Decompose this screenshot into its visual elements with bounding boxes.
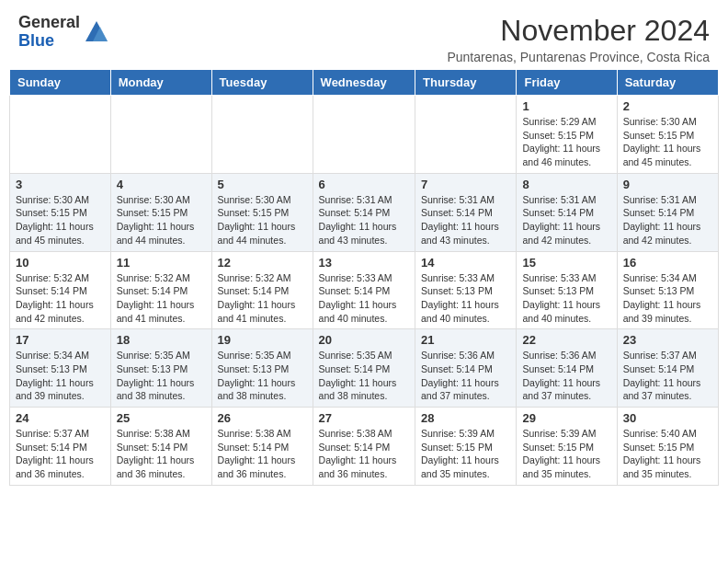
day-info: Sunrise: 5:30 AM Sunset: 5:15 PM Dayligh… bbox=[218, 193, 307, 247]
calendar-cell: 26Sunrise: 5:38 AM Sunset: 5:14 PM Dayli… bbox=[211, 408, 313, 486]
calendar-cell: 12Sunrise: 5:32 AM Sunset: 5:14 PM Dayli… bbox=[211, 251, 313, 329]
day-info: Sunrise: 5:35 AM Sunset: 5:13 PM Dayligh… bbox=[218, 349, 307, 403]
logo-icon bbox=[84, 19, 109, 45]
day-number: 23 bbox=[623, 333, 712, 347]
calendar-table: Sunday Monday Tuesday Wednesday Thursday… bbox=[9, 69, 719, 486]
day-info: Sunrise: 5:38 AM Sunset: 5:14 PM Dayligh… bbox=[218, 427, 307, 481]
calendar-cell: 21Sunrise: 5:36 AM Sunset: 5:14 PM Dayli… bbox=[415, 329, 517, 408]
calendar-cell: 1Sunrise: 5:29 AM Sunset: 5:15 PM Daylig… bbox=[517, 96, 617, 174]
calendar-cell: 27Sunrise: 5:38 AM Sunset: 5:14 PM Dayli… bbox=[313, 408, 415, 486]
calendar-cell: 30Sunrise: 5:40 AM Sunset: 5:15 PM Dayli… bbox=[617, 408, 718, 486]
calendar-cell: 24Sunrise: 5:37 AM Sunset: 5:14 PM Dayli… bbox=[10, 408, 111, 486]
calendar-cell: 23Sunrise: 5:37 AM Sunset: 5:14 PM Dayli… bbox=[617, 329, 718, 408]
calendar-cell: 16Sunrise: 5:34 AM Sunset: 5:13 PM Dayli… bbox=[617, 251, 718, 329]
day-info: Sunrise: 5:39 AM Sunset: 5:15 PM Dayligh… bbox=[421, 427, 510, 481]
day-number: 4 bbox=[117, 178, 206, 191]
day-info: Sunrise: 5:31 AM Sunset: 5:14 PM Dayligh… bbox=[522, 193, 610, 247]
day-number: 12 bbox=[218, 256, 307, 270]
day-number: 20 bbox=[319, 333, 409, 347]
day-number: 9 bbox=[623, 178, 712, 191]
day-info: Sunrise: 5:39 AM Sunset: 5:15 PM Dayligh… bbox=[522, 427, 610, 481]
day-info: Sunrise: 5:32 AM Sunset: 5:14 PM Dayligh… bbox=[16, 271, 105, 326]
col-saturday: Saturday bbox=[617, 70, 718, 96]
day-number: 10 bbox=[16, 256, 105, 270]
calendar-cell: 28Sunrise: 5:39 AM Sunset: 5:15 PM Dayli… bbox=[415, 408, 517, 486]
day-number: 21 bbox=[421, 333, 510, 347]
day-info: Sunrise: 5:31 AM Sunset: 5:14 PM Dayligh… bbox=[421, 193, 510, 247]
day-info: Sunrise: 5:30 AM Sunset: 5:15 PM Dayligh… bbox=[117, 193, 206, 247]
title-section: November 2024 Puntarenas, Puntarenas Pro… bbox=[447, 14, 710, 64]
day-info: Sunrise: 5:35 AM Sunset: 5:13 PM Dayligh… bbox=[117, 349, 206, 403]
col-monday: Monday bbox=[110, 70, 211, 96]
day-info: Sunrise: 5:34 AM Sunset: 5:13 PM Dayligh… bbox=[16, 349, 105, 403]
day-number: 6 bbox=[319, 178, 409, 191]
logo-blue-text: Blue bbox=[18, 32, 80, 51]
calendar-week-row: 1Sunrise: 5:29 AM Sunset: 5:15 PM Daylig… bbox=[10, 96, 719, 174]
day-info: Sunrise: 5:37 AM Sunset: 5:14 PM Dayligh… bbox=[16, 427, 105, 481]
calendar-week-row: 24Sunrise: 5:37 AM Sunset: 5:14 PM Dayli… bbox=[10, 408, 719, 486]
calendar-week-row: 3Sunrise: 5:30 AM Sunset: 5:15 PM Daylig… bbox=[10, 173, 719, 251]
calendar-cell: 4Sunrise: 5:30 AM Sunset: 5:15 PM Daylig… bbox=[110, 173, 211, 251]
day-number: 18 bbox=[117, 333, 206, 347]
calendar-cell: 8Sunrise: 5:31 AM Sunset: 5:14 PM Daylig… bbox=[517, 173, 617, 251]
day-number: 14 bbox=[421, 256, 510, 270]
day-number: 13 bbox=[319, 256, 409, 270]
day-info: Sunrise: 5:37 AM Sunset: 5:14 PM Dayligh… bbox=[623, 349, 712, 403]
calendar-body: 1Sunrise: 5:29 AM Sunset: 5:15 PM Daylig… bbox=[10, 96, 719, 486]
calendar-cell: 25Sunrise: 5:38 AM Sunset: 5:14 PM Dayli… bbox=[110, 408, 211, 486]
calendar-cell: 20Sunrise: 5:35 AM Sunset: 5:14 PM Dayli… bbox=[313, 329, 415, 408]
month-title: November 2024 bbox=[447, 14, 710, 48]
col-sunday: Sunday bbox=[10, 70, 111, 96]
calendar-cell bbox=[415, 96, 517, 174]
calendar-cell: 17Sunrise: 5:34 AM Sunset: 5:13 PM Dayli… bbox=[10, 329, 111, 408]
calendar-cell: 15Sunrise: 5:33 AM Sunset: 5:13 PM Dayli… bbox=[517, 251, 617, 329]
calendar-cell: 18Sunrise: 5:35 AM Sunset: 5:13 PM Dayli… bbox=[110, 329, 211, 408]
page-header: General Blue November 2024 Puntarenas, P… bbox=[0, 0, 728, 69]
calendar-cell: 11Sunrise: 5:32 AM Sunset: 5:14 PM Dayli… bbox=[110, 251, 211, 329]
calendar-header: Sunday Monday Tuesday Wednesday Thursday… bbox=[10, 70, 719, 96]
calendar-week-row: 10Sunrise: 5:32 AM Sunset: 5:14 PM Dayli… bbox=[10, 251, 719, 329]
day-info: Sunrise: 5:29 AM Sunset: 5:15 PM Dayligh… bbox=[522, 115, 610, 169]
day-number: 8 bbox=[522, 178, 610, 191]
day-info: Sunrise: 5:31 AM Sunset: 5:14 PM Dayligh… bbox=[623, 193, 712, 247]
day-info: Sunrise: 5:33 AM Sunset: 5:13 PM Dayligh… bbox=[522, 271, 610, 326]
day-number: 26 bbox=[218, 411, 307, 425]
day-number: 16 bbox=[623, 256, 712, 270]
calendar-cell bbox=[313, 96, 415, 174]
day-number: 30 bbox=[623, 411, 712, 425]
calendar-cell: 19Sunrise: 5:35 AM Sunset: 5:13 PM Dayli… bbox=[211, 329, 313, 408]
header-row: Sunday Monday Tuesday Wednesday Thursday… bbox=[10, 70, 719, 96]
day-info: Sunrise: 5:36 AM Sunset: 5:14 PM Dayligh… bbox=[522, 349, 610, 403]
logo: General Blue bbox=[18, 14, 109, 51]
day-number: 25 bbox=[117, 411, 206, 425]
calendar-cell: 14Sunrise: 5:33 AM Sunset: 5:13 PM Dayli… bbox=[415, 251, 517, 329]
calendar-cell: 6Sunrise: 5:31 AM Sunset: 5:14 PM Daylig… bbox=[313, 173, 415, 251]
calendar-cell: 22Sunrise: 5:36 AM Sunset: 5:14 PM Dayli… bbox=[517, 329, 617, 408]
calendar-cell: 5Sunrise: 5:30 AM Sunset: 5:15 PM Daylig… bbox=[211, 173, 313, 251]
day-info: Sunrise: 5:30 AM Sunset: 5:15 PM Dayligh… bbox=[16, 193, 105, 247]
day-info: Sunrise: 5:33 AM Sunset: 5:13 PM Dayligh… bbox=[421, 271, 510, 326]
day-info: Sunrise: 5:36 AM Sunset: 5:14 PM Dayligh… bbox=[421, 349, 510, 403]
day-info: Sunrise: 5:32 AM Sunset: 5:14 PM Dayligh… bbox=[218, 271, 307, 326]
day-info: Sunrise: 5:35 AM Sunset: 5:14 PM Dayligh… bbox=[319, 349, 409, 403]
day-info: Sunrise: 5:40 AM Sunset: 5:15 PM Dayligh… bbox=[623, 427, 712, 481]
day-info: Sunrise: 5:34 AM Sunset: 5:13 PM Dayligh… bbox=[623, 271, 712, 326]
calendar-week-row: 17Sunrise: 5:34 AM Sunset: 5:13 PM Dayli… bbox=[10, 329, 719, 408]
calendar-cell: 9Sunrise: 5:31 AM Sunset: 5:14 PM Daylig… bbox=[617, 173, 718, 251]
col-thursday: Thursday bbox=[415, 70, 517, 96]
day-info: Sunrise: 5:38 AM Sunset: 5:14 PM Dayligh… bbox=[117, 427, 206, 481]
day-number: 27 bbox=[319, 411, 409, 425]
day-number: 28 bbox=[421, 411, 510, 425]
calendar-cell: 3Sunrise: 5:30 AM Sunset: 5:15 PM Daylig… bbox=[10, 173, 111, 251]
calendar-wrapper: Sunday Monday Tuesday Wednesday Thursday… bbox=[0, 69, 728, 495]
location-subtitle: Puntarenas, Puntarenas Province, Costa R… bbox=[447, 50, 710, 64]
day-number: 24 bbox=[16, 411, 105, 425]
calendar-cell: 10Sunrise: 5:32 AM Sunset: 5:14 PM Dayli… bbox=[10, 251, 111, 329]
col-tuesday: Tuesday bbox=[211, 70, 313, 96]
day-number: 19 bbox=[218, 333, 307, 347]
calendar-cell: 7Sunrise: 5:31 AM Sunset: 5:14 PM Daylig… bbox=[415, 173, 517, 251]
day-number: 29 bbox=[522, 411, 610, 425]
day-number: 11 bbox=[117, 256, 206, 270]
day-number: 3 bbox=[16, 178, 105, 191]
day-number: 2 bbox=[623, 99, 712, 113]
